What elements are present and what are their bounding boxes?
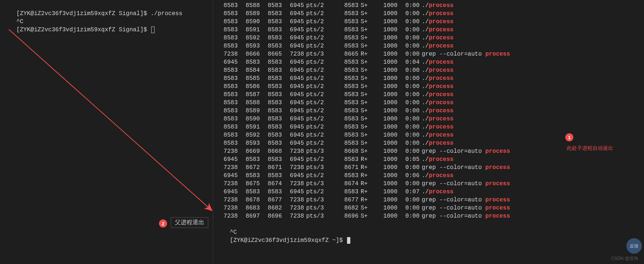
annotation-text-1: 此处子进程自动退出 bbox=[567, 145, 613, 152]
annotation-text-2: 父进程退出 bbox=[171, 217, 208, 228]
process-row: 6945858385836945pts/28583S+10000:04./pro… bbox=[216, 58, 642, 66]
watermark-text: CSDN @溟洵 bbox=[611, 256, 638, 262]
shell-prompt: [ZYK@iZ2vc36f3vdj1zim59xqxfZ Signal]$ bbox=[16, 27, 151, 33]
right-prompt-line: [ZYK@iZ2vc36f3vdj1zim59xqxfZ ~]$ bbox=[216, 228, 642, 236]
feedback-button[interactable]: 反馈 bbox=[626, 238, 642, 254]
process-row: 8583858585836945pts/28583S+10000:00./pro… bbox=[216, 74, 642, 82]
process-row: 8583859285836945pts/28583S+10000:00./pro… bbox=[216, 131, 642, 139]
process-row: 6945858385836945pts/28583R+10000:05./pro… bbox=[216, 155, 642, 163]
process-list: 8583858885836945pts/28583S+10000:00./pro… bbox=[216, 1, 642, 220]
annotation-badge-1: 1 bbox=[565, 133, 573, 141]
process-row: 8583859285836945pts/28583S+10000:00./pro… bbox=[216, 34, 642, 42]
annotation-badge-2: 2 bbox=[159, 219, 167, 228]
right-ctrlc: ^C bbox=[216, 220, 642, 228]
process-row: 7238868386827238pts/38682S+10000:00grep … bbox=[216, 204, 642, 212]
ctrl-c-text: ^C bbox=[16, 18, 23, 25]
shell-prompt: [ZYK@iZ2vc36f3vdj1zim59xqxfZ Signal]$ bbox=[16, 10, 151, 17]
process-row: 7238867586747238pts/38674R+10000:00grep … bbox=[216, 180, 642, 188]
process-row: 7238866686657238pts/38665R+10000:00grep … bbox=[216, 50, 642, 58]
process-row: 7238867286717238pts/38671R+10000:00grep … bbox=[216, 163, 642, 172]
process-row: 8583859085836945pts/28583S+10000:00./pro… bbox=[216, 115, 642, 123]
process-row: 8583858785836945pts/28583S+10000:00./pro… bbox=[216, 91, 642, 99]
process-row: 8583858985836945pts/28583S+10000:00./pro… bbox=[216, 10, 642, 18]
process-row: 7238867886777238pts/38677R+10000:00grep … bbox=[216, 196, 642, 204]
process-row: 8583859185836945pts/28583S+10000:00./pro… bbox=[216, 123, 642, 131]
cursor-icon bbox=[347, 237, 350, 244]
process-row: 8583858685836945pts/28583S+10000:00./pro… bbox=[216, 82, 642, 91]
process-row: 8583858485836945pts/28583S+10000:00./pro… bbox=[216, 66, 642, 74]
terminal-right-pane[interactable]: 8583858885836945pts/28583S+10000:00./pro… bbox=[213, 0, 644, 264]
cursor-icon bbox=[151, 27, 155, 33]
shell-prompt: [ZYK@iZ2vc36f3vdj1zim59xqxfZ ~]$ bbox=[230, 237, 346, 244]
process-row: 6945858385836945pts/28583R+10000:06./pro… bbox=[216, 172, 642, 180]
command-text: ./process bbox=[151, 10, 182, 17]
process-row: 6945858385836945pts/28583R+10000:07./pro… bbox=[216, 188, 642, 196]
process-row: 8583859385836945pts/28583S+10000:00./pro… bbox=[216, 42, 642, 50]
process-row: 8583859185836945pts/28583S+10000:00./pro… bbox=[216, 26, 642, 34]
process-row: 8583858885836945pts/28583S+10000:00./pro… bbox=[216, 1, 642, 10]
process-row: 8583858985836945pts/28583S+10000:00./pro… bbox=[216, 107, 642, 115]
process-row: 8583859085836945pts/28583S+10000:00./pro… bbox=[216, 18, 642, 26]
left-line-3: [ZYK@iZ2vc36f3vdj1zim59xqxfZ Signal]$ bbox=[2, 18, 210, 26]
left-line-1: [ZYK@iZ2vc36f3vdj1zim59xqxfZ Signal]$ ./… bbox=[2, 1, 210, 10]
process-row: 7238869786967238pts/38696S+10000:00grep … bbox=[216, 212, 642, 220]
process-row: 8583858885836945pts/28583S+10000:00./pro… bbox=[216, 99, 642, 107]
